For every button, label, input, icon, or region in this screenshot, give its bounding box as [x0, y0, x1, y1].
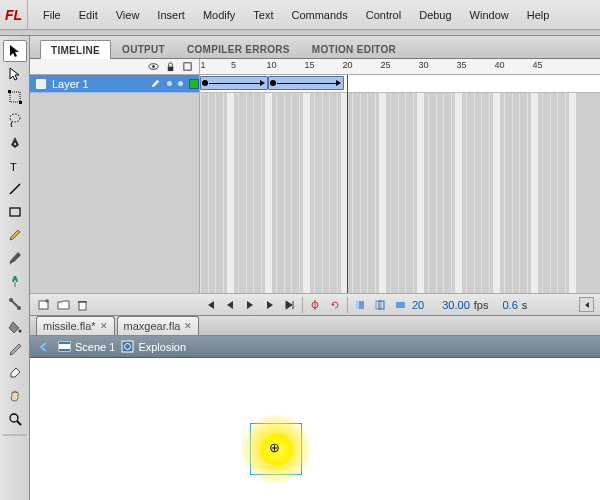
onion-skin-outlines-button[interactable]	[372, 297, 388, 313]
menu-view[interactable]: View	[107, 0, 149, 29]
subselection-tool[interactable]	[3, 63, 27, 85]
svg-rect-29	[402, 302, 405, 308]
step-forward-button[interactable]	[262, 297, 278, 313]
stage[interactable]	[30, 358, 600, 500]
deco-tool[interactable]	[3, 270, 27, 292]
fps-unit: fps	[474, 299, 489, 311]
app-logo: FL	[0, 0, 28, 30]
selection-tool[interactable]	[3, 40, 27, 62]
zoom-tool[interactable]	[3, 408, 27, 430]
svg-rect-19	[79, 302, 86, 310]
file-tab-label: maxgear.fla	[124, 320, 181, 332]
brush-tool[interactable]	[3, 247, 27, 269]
file-tab-label: missile.fla*	[43, 320, 96, 332]
new-folder-button[interactable]	[55, 297, 71, 313]
bone-tool[interactable]	[3, 293, 27, 315]
file-tab-maxgear[interactable]: maxgear.fla ✕	[117, 316, 200, 335]
frames-row[interactable]	[200, 75, 600, 93]
layer-name: Layer 1	[52, 78, 144, 90]
svg-point-4	[14, 143, 16, 145]
breadcrumb-scene[interactable]: Scene 1	[58, 340, 115, 353]
tab-timeline[interactable]: TIMELINE	[40, 40, 111, 59]
svg-rect-7	[10, 208, 20, 216]
timeline-panel: TIMELINE OUTPUT COMPILER ERRORS MOTION E…	[30, 36, 600, 316]
line-tool[interactable]	[3, 178, 27, 200]
svg-point-3	[10, 114, 20, 122]
loop-button[interactable]	[327, 297, 343, 313]
play-button[interactable]	[242, 297, 258, 313]
svg-rect-32	[59, 349, 70, 351]
lock-icon[interactable]	[165, 61, 176, 72]
frame-ruler[interactable]: 151015202530354045	[200, 59, 600, 74]
pencil-tool[interactable]	[3, 224, 27, 246]
svg-line-10	[11, 300, 19, 308]
svg-rect-0	[10, 92, 20, 102]
eyedropper-tool[interactable]	[3, 339, 27, 361]
menu-modify[interactable]: Modify	[194, 0, 244, 29]
menu-control[interactable]: Control	[357, 0, 410, 29]
fps-display: 30.00	[442, 299, 470, 311]
svg-line-13	[17, 421, 21, 425]
scene-icon	[58, 340, 71, 353]
paint-bucket-tool[interactable]	[3, 316, 27, 338]
delete-layer-button[interactable]	[74, 297, 90, 313]
svg-point-11	[18, 330, 21, 333]
new-layer-button[interactable]	[36, 297, 52, 313]
tab-compiler-errors[interactable]: COMPILER ERRORS	[176, 39, 301, 58]
goto-last-frame-button[interactable]	[282, 297, 298, 313]
close-tab-icon[interactable]: ✕	[100, 321, 108, 331]
svg-rect-31	[59, 342, 70, 344]
menu-file[interactable]: File	[34, 0, 70, 29]
svg-text:T: T	[10, 161, 17, 173]
file-tab-missile[interactable]: missile.fla* ✕	[36, 316, 115, 335]
layer-visibility-dot[interactable]	[167, 81, 172, 86]
eraser-tool[interactable]	[3, 362, 27, 384]
menu-help[interactable]: Help	[518, 0, 559, 29]
svg-rect-20	[78, 301, 87, 303]
outline-icon[interactable]	[182, 61, 193, 72]
rectangle-tool[interactable]	[3, 201, 27, 223]
pen-tool[interactable]	[3, 132, 27, 154]
scroll-left-button[interactable]	[579, 297, 594, 312]
svg-rect-24	[359, 301, 364, 309]
text-tool[interactable]: T	[3, 155, 27, 177]
registration-point-icon	[271, 444, 282, 455]
step-back-button[interactable]	[222, 297, 238, 313]
svg-line-6	[10, 184, 20, 194]
layer-active-icon	[150, 78, 161, 89]
hand-tool[interactable]	[3, 385, 27, 407]
tool-separator	[3, 434, 27, 436]
menu-edit[interactable]: Edit	[70, 0, 107, 29]
svg-rect-2	[19, 101, 22, 104]
svg-point-15	[152, 65, 155, 68]
menu-text[interactable]: Text	[244, 0, 282, 29]
breadcrumb-symbol[interactable]: Explosion	[121, 340, 186, 353]
center-frame-button[interactable]	[307, 297, 323, 313]
layer-row[interactable]: Layer 1	[30, 75, 199, 93]
selected-symbol[interactable]	[250, 423, 302, 475]
layer-lock-dot[interactable]	[178, 81, 183, 86]
menu-window[interactable]: Window	[461, 0, 518, 29]
edit-multiple-frames-button[interactable]	[392, 297, 408, 313]
back-button[interactable]	[36, 339, 52, 355]
tab-motion-editor[interactable]: MOTION EDITOR	[301, 39, 407, 58]
svg-point-12	[10, 414, 18, 422]
menu-debug[interactable]: Debug	[410, 0, 460, 29]
lasso-tool[interactable]	[3, 109, 27, 131]
frames-area[interactable]	[200, 75, 600, 293]
svg-rect-33	[122, 341, 133, 352]
playhead-line	[347, 75, 348, 293]
goto-first-frame-button[interactable]	[202, 297, 218, 313]
free-transform-tool[interactable]	[3, 86, 27, 108]
layer-color-swatch[interactable]	[189, 79, 199, 89]
movieclip-icon	[121, 340, 134, 353]
close-tab-icon[interactable]: ✕	[184, 321, 192, 331]
edit-bar: Scene 1 Explosion	[30, 336, 600, 358]
menu-insert[interactable]: Insert	[148, 0, 194, 29]
tab-output[interactable]: OUTPUT	[111, 39, 176, 58]
menu-commands[interactable]: Commands	[282, 0, 356, 29]
onion-skin-button[interactable]	[352, 297, 368, 313]
breadcrumb-scene-label: Scene 1	[75, 341, 115, 353]
eye-icon[interactable]	[148, 61, 159, 72]
current-frame-display: 20	[412, 299, 424, 311]
